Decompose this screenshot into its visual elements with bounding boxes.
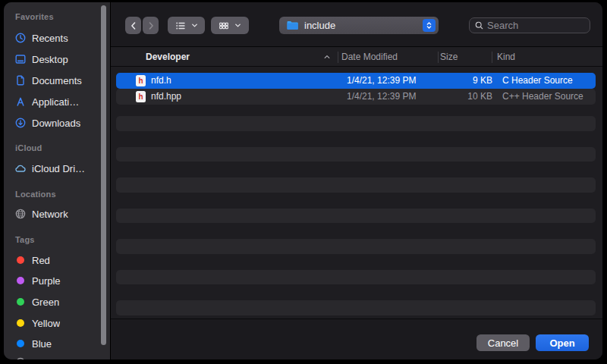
- sidebar-section-tags: Tags: [15, 235, 35, 244]
- sidebar-item-applications[interactable]: Applicati…: [14, 94, 98, 109]
- empty-stripe-row: [116, 270, 596, 285]
- sidebar-item-tag-green[interactable]: Green: [14, 294, 98, 309]
- column-header-name[interactable]: Developer: [146, 48, 190, 67]
- sidebar-section-icloud: iCloud: [15, 143, 42, 152]
- stepper-icon: [423, 19, 436, 32]
- cancel-button[interactable]: Cancel: [476, 334, 530, 351]
- chevron-down-icon: [234, 21, 242, 30]
- download-circle-icon: [14, 117, 27, 129]
- column-divider[interactable]: [492, 52, 492, 63]
- grid-view-icon: [218, 20, 230, 32]
- file-kind: C++ Header Source: [502, 89, 583, 105]
- file-row-nfd-hpp[interactable]: h nfd.hpp 1/4/21, 12:39 PM 10 KB C++ Hea…: [116, 89, 596, 105]
- column-header-size[interactable]: Size: [440, 48, 458, 67]
- folder-icon: [286, 20, 299, 31]
- file-list: h nfd.h 1/4/21, 12:39 PM 9 KB C Header S…: [111, 67, 602, 318]
- sidebar-item-label: Downloads: [32, 118, 80, 129]
- list-view-button[interactable]: [168, 17, 205, 34]
- header-file-icon: h: [136, 91, 146, 107]
- sidebar-item-tag-yellow[interactable]: Yellow: [14, 315, 98, 331]
- red-tag-dot-icon: [14, 254, 27, 266]
- search-field[interactable]: [469, 17, 590, 33]
- column-header-date-modified[interactable]: Date Modified: [341, 48, 398, 67]
- sidebar-section-locations: Locations: [15, 190, 56, 199]
- chevron-left-icon: [128, 20, 139, 31]
- sidebar-item-label: Red: [32, 255, 50, 266]
- sidebar: Favorites Recents Desktop Documents Appl…: [4, 2, 110, 359]
- blue-tag-dot-icon: [14, 337, 27, 350]
- empty-stripe-row: [116, 300, 596, 315]
- open-file-dialog: Favorites Recents Desktop Documents Appl…: [4, 2, 602, 359]
- chevron-right-icon: [146, 20, 156, 31]
- green-tag-dot-icon: [14, 296, 27, 308]
- empty-stripe-row: [116, 177, 596, 193]
- empty-stripe-row: [116, 147, 596, 162]
- sidebar-item-tag-blue[interactable]: Blue: [14, 336, 98, 351]
- sidebar-item-label: Applicati…: [32, 96, 79, 108]
- file-size: 10 KB: [445, 89, 492, 105]
- file-name: nfd.hpp: [151, 89, 181, 105]
- desktop-icon: [14, 53, 27, 65]
- document-icon: [14, 74, 27, 86]
- file-date-modified: 1/4/21, 12:39 PM: [347, 89, 416, 105]
- sidebar-section-favorites: Favorites: [15, 12, 54, 21]
- sidebar-item-label: Purple: [32, 275, 61, 287]
- file-row-nfd-h[interactable]: h nfd.h 1/4/21, 12:39 PM 9 KB C Header S…: [116, 73, 596, 89]
- sidebar-item-label: Blue: [32, 338, 52, 350]
- sort-ascending-icon: [322, 52, 332, 62]
- toolbar: include: [111, 2, 602, 47]
- cloud-icon: [14, 162, 27, 174]
- column-divider[interactable]: [338, 52, 338, 63]
- sidebar-item-label: Yellow: [32, 318, 60, 329]
- sidebar-item-network[interactable]: Network: [14, 206, 98, 221]
- sidebar-scrollbar[interactable]: [101, 5, 106, 345]
- list-view-icon: [175, 20, 187, 32]
- sidebar-item-tag-red[interactable]: Red: [14, 253, 98, 268]
- table-header: Developer Date Modified Size Kind: [111, 48, 602, 67]
- sidebar-item-label: iCloud Dri…: [32, 163, 85, 174]
- chevron-down-icon: [190, 21, 199, 30]
- forward-button[interactable]: [143, 17, 159, 34]
- sidebar-item-label: Desktop: [32, 54, 68, 65]
- sidebar-item-documents[interactable]: Documents: [14, 73, 98, 88]
- column-header-kind[interactable]: Kind: [497, 48, 515, 67]
- empty-stripe-row: [116, 116, 596, 131]
- purple-tag-dot-icon: [14, 275, 27, 287]
- sidebar-item-desktop[interactable]: Desktop: [14, 52, 98, 67]
- sidebar-item-downloads[interactable]: Downloads: [14, 115, 98, 130]
- file-name: nfd.h: [151, 73, 171, 89]
- empty-stripe-row: [116, 239, 596, 254]
- back-button[interactable]: [125, 17, 141, 34]
- folder-dropdown[interactable]: include: [279, 17, 439, 34]
- app-store-icon: [14, 96, 27, 108]
- sidebar-item-label: Documents: [32, 75, 82, 86]
- main-panel: include Developer Date Modified Size: [111, 2, 602, 359]
- empty-stripe-row: [116, 209, 596, 224]
- sidebar-item-label: All Tags: [32, 357, 66, 360]
- folder-dropdown-label: include: [304, 20, 423, 31]
- globe-icon: [14, 208, 27, 220]
- file-size: 9 KB: [445, 73, 492, 89]
- open-button[interactable]: Open: [536, 334, 589, 351]
- sidebar-item-label: Recents: [32, 33, 68, 44]
- search-input[interactable]: [487, 20, 585, 31]
- file-date-modified: 1/4/21, 12:39 PM: [347, 73, 416, 89]
- sidebar-item-icloud-drive[interactable]: iCloud Dri…: [14, 161, 98, 176]
- file-kind: C Header Source: [502, 73, 573, 89]
- sidebar-item-label: Green: [32, 297, 59, 308]
- column-divider[interactable]: [438, 52, 439, 63]
- search-icon: [474, 20, 484, 30]
- sidebar-item-label: Network: [32, 209, 68, 220]
- sidebar-item-tag-purple[interactable]: Purple: [14, 273, 98, 288]
- sidebar-item-all-tags[interactable]: All Tags: [14, 355, 98, 359]
- circle-icon: [14, 356, 27, 359]
- clock-icon: [14, 32, 27, 44]
- dialog-footer: Cancel Open: [111, 318, 602, 359]
- yellow-tag-dot-icon: [14, 317, 27, 329]
- sidebar-item-recents[interactable]: Recents: [14, 30, 98, 46]
- grid-view-button[interactable]: [211, 17, 249, 34]
